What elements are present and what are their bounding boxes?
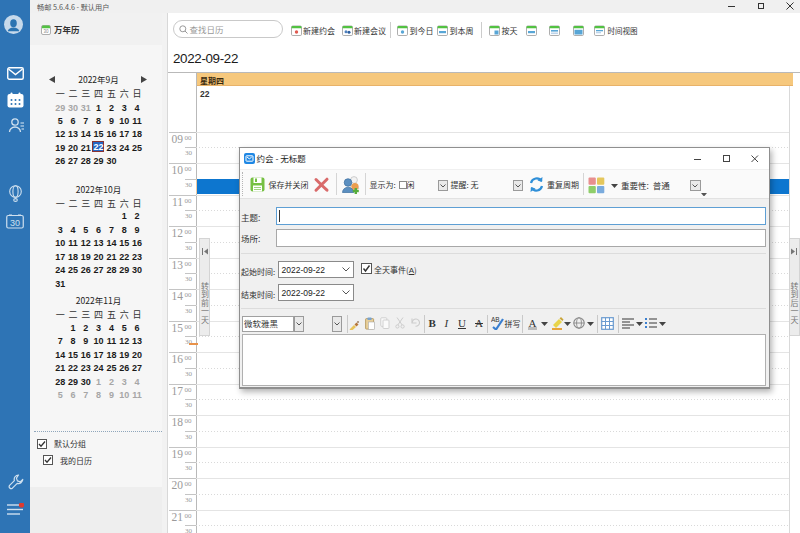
svg-text:AB: AB — [491, 316, 500, 323]
svg-text:30: 30 — [43, 29, 49, 34]
svg-text:30: 30 — [10, 218, 20, 228]
